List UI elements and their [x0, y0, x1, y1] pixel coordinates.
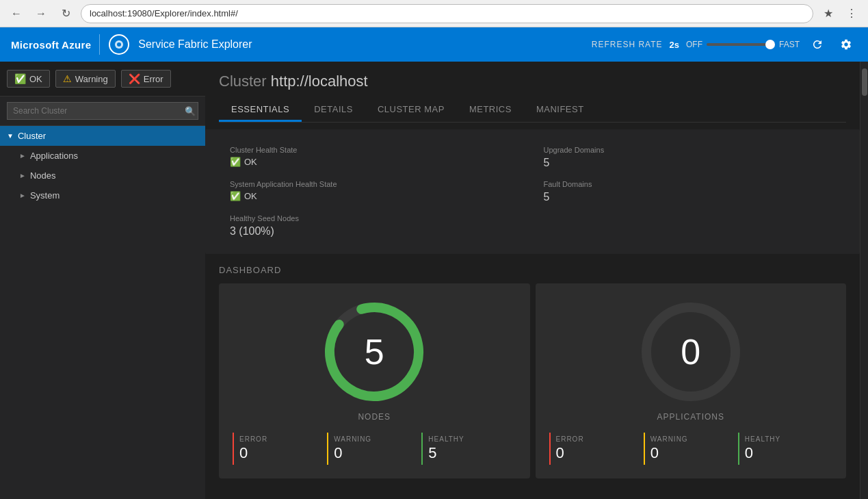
- applications-donut: 0: [636, 297, 746, 407]
- search-input[interactable]: [7, 102, 198, 120]
- dashboard-title: DASHBOARD: [219, 265, 846, 275]
- sidebar-item-nodes[interactable]: ► Nodes: [0, 166, 205, 185]
- sidebar-nodes-label: Nodes: [30, 170, 56, 181]
- nodes-donut: 5: [319, 297, 429, 407]
- error-label: Error: [144, 74, 163, 84]
- essentials-grid: Cluster Health State ✅ OK Upgrade Domain…: [205, 129, 860, 254]
- nodes-label: NODES: [358, 412, 391, 422]
- search-input-wrap: 🔍: [7, 102, 198, 120]
- speed-slider-track[interactable]: [707, 43, 775, 46]
- upgrade-domains-value: 5: [544, 157, 836, 169]
- nodes-error-label: ERROR: [239, 435, 321, 443]
- applications-warning-value: 0: [650, 444, 733, 462]
- applications-healthy-stat: HEALTHY 0: [738, 433, 832, 465]
- applications-warning-stat: WARNING 0: [644, 433, 738, 465]
- nodes-number: 5: [365, 331, 384, 372]
- ok-icon: ✅: [14, 73, 26, 84]
- cluster-title: Cluster http://localhost: [219, 73, 846, 90]
- warning-label: Warning: [75, 74, 108, 84]
- off-label: OFF: [686, 40, 702, 49]
- cluster-health-value: ✅ OK: [230, 157, 522, 167]
- nodes-stats-row: ERROR 0 WARNING 0 HEALTHY 5: [233, 433, 516, 465]
- sf-logo-icon: [108, 34, 130, 55]
- search-container: 🔍: [0, 97, 205, 126]
- applications-card: 0 APPLICATIONS ERROR 0 WARNING 0: [536, 283, 847, 478]
- ok-filter-button[interactable]: ✅ OK: [7, 70, 50, 88]
- dashboard-cards: 5 NODES ERROR 0 WARNING 0: [219, 283, 846, 478]
- content-panel: Cluster http://localhost ESSENTIALS DETA…: [205, 62, 860, 499]
- applications-number: 0: [681, 331, 700, 372]
- nodes-error-value: 0: [239, 444, 321, 462]
- tabs: ESSENTIALS DETAILS CLUSTER MAP METRICS M…: [219, 99, 846, 123]
- tree-nav: ▼ Cluster ► Applications ► Nodes ► Syste…: [0, 126, 205, 499]
- content-header: Cluster http://localhost ESSENTIALS DETA…: [205, 62, 860, 123]
- svg-point-2: [117, 42, 121, 47]
- refresh-rate-label: REFRESH RATE: [592, 40, 663, 49]
- ok-label: OK: [29, 74, 42, 84]
- essentials-healthy-seed: Healthy Seed Nodes 3 (100%): [219, 209, 533, 243]
- applications-healthy-label: HEALTHY: [745, 435, 827, 443]
- app-header: Microsoft Azure Service Fabric Explorer …: [0, 27, 868, 62]
- forward-button[interactable]: →: [31, 4, 51, 23]
- tab-metrics[interactable]: METRICS: [457, 99, 524, 122]
- nodes-error-stat: ERROR 0: [233, 433, 327, 465]
- fast-label: FAST: [779, 40, 800, 49]
- more-options-icon[interactable]: ⋮: [842, 4, 861, 23]
- speed-slider-thumb: [765, 40, 775, 49]
- sidebar-item-applications[interactable]: ► Applications: [0, 146, 205, 166]
- applications-warning-label: WARNING: [650, 435, 733, 443]
- nodes-card: 5 NODES ERROR 0 WARNING 0: [219, 283, 530, 478]
- settings-icon-btn[interactable]: [835, 34, 857, 55]
- refresh-icon: [811, 38, 824, 51]
- sidebar-applications-label: Applications: [30, 151, 78, 161]
- azure-logo: Microsoft Azure: [11, 39, 91, 51]
- cluster-health-label: Cluster Health State: [230, 146, 522, 154]
- refresh-icon-btn[interactable]: [806, 34, 828, 55]
- sidebar-cluster-label: Cluster: [18, 131, 46, 141]
- back-button[interactable]: ←: [7, 4, 26, 23]
- warning-icon: ⚠: [63, 73, 72, 84]
- cluster-title-prefix: Cluster: [219, 73, 271, 90]
- applications-healthy-value: 0: [745, 444, 827, 462]
- sidebar-item-cluster[interactable]: ▼ Cluster: [0, 126, 205, 146]
- tab-essentials[interactable]: ESSENTIALS: [219, 99, 302, 122]
- address-bar[interactable]: [81, 4, 813, 23]
- search-button[interactable]: 🔍: [185, 106, 196, 116]
- refresh-button[interactable]: ↻: [56, 4, 75, 23]
- header-controls: REFRESH RATE 2s OFF FAST: [592, 34, 857, 55]
- chevron-right-icon-system: ►: [19, 192, 26, 199]
- applications-label: APPLICATIONS: [657, 412, 724, 422]
- sidebar-system-label: System: [30, 190, 60, 201]
- nodes-healthy-label: HEALTHY: [428, 435, 510, 443]
- app-title: Service Fabric Explorer: [138, 38, 252, 51]
- applications-error-value: 0: [556, 444, 638, 462]
- warning-filter-button[interactable]: ⚠ Warning: [55, 70, 116, 88]
- essentials-cluster-health: Cluster Health State ✅ OK: [219, 140, 533, 175]
- applications-stats-row: ERROR 0 WARNING 0 HEALTHY 0: [549, 433, 833, 465]
- nodes-warning-label: WARNING: [334, 435, 416, 443]
- cluster-health-ok-text: OK: [244, 157, 257, 167]
- nodes-healthy-value: 5: [428, 444, 510, 462]
- error-icon: ❌: [129, 73, 140, 84]
- healthy-seed-value: 3 (100%): [230, 225, 522, 238]
- header-divider: [99, 34, 100, 55]
- right-scrollbar[interactable]: [860, 62, 868, 499]
- health-ok-icon: ✅: [230, 157, 241, 167]
- error-filter-button[interactable]: ❌ Error: [121, 70, 171, 88]
- healthy-seed-label: Healthy Seed Nodes: [230, 214, 522, 222]
- cluster-title-url: http://localhost: [271, 73, 368, 90]
- tab-manifest[interactable]: MANIFEST: [524, 99, 596, 122]
- tab-cluster-map[interactable]: CLUSTER MAP: [365, 99, 457, 122]
- tab-details[interactable]: DETAILS: [302, 99, 365, 122]
- bookmark-icon[interactable]: ★: [819, 4, 838, 23]
- chevron-right-icon-nodes: ►: [19, 172, 26, 179]
- fault-domains-label: Fault Domains: [544, 180, 836, 188]
- fault-domains-value: 5: [544, 191, 836, 203]
- applications-error-label: ERROR: [556, 435, 638, 443]
- sidebar-item-system[interactable]: ► System: [0, 185, 205, 205]
- scroll-thumb: [862, 68, 867, 96]
- chevron-down-icon: ▼: [7, 132, 14, 140]
- sys-health-ok-icon: ✅: [230, 191, 241, 201]
- essentials-upgrade-domains: Upgrade Domains 5: [533, 140, 847, 175]
- nodes-healthy-stat: HEALTHY 5: [421, 433, 516, 465]
